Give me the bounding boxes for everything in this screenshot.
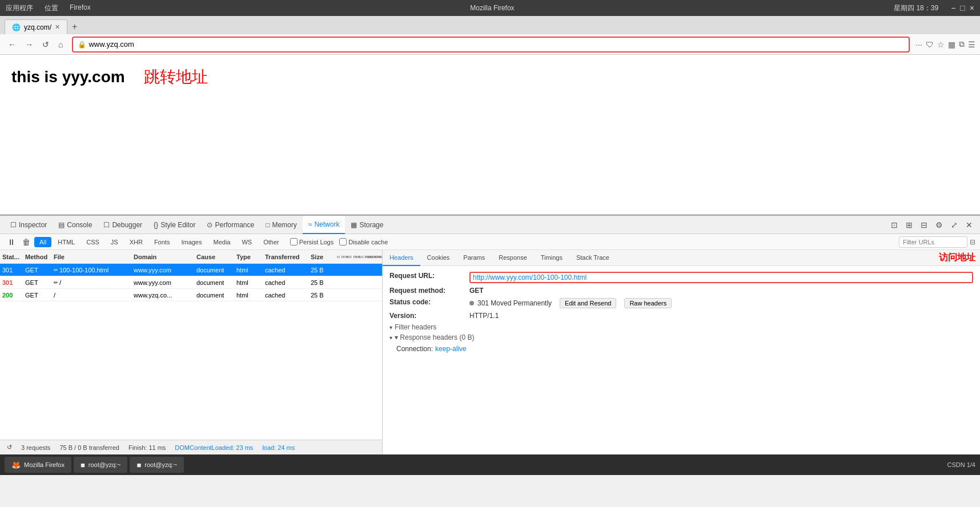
tab-favicon: 🌐 (12, 23, 21, 31)
row2-transferred: cached (263, 278, 308, 287)
row2-status: 301 (0, 278, 23, 287)
taskbar-csdn-info: CSDN 1/4 (947, 461, 975, 468)
col-header-status[interactable]: Stat... (0, 252, 23, 261)
network-row-2[interactable]: 301 GET ✏/ www.yyy.com document html cac… (0, 276, 382, 289)
filter-css-button[interactable]: CSS (81, 237, 105, 247)
taskbar-terminal-2[interactable]: ■ root@yzq:~ (130, 457, 184, 473)
devtools-tab-memory[interactable]: □ Memory (260, 216, 303, 234)
os-time: 星期四 18：39 (894, 3, 938, 13)
row1-cause: document (194, 265, 234, 275)
reload-button[interactable]: ↺ (39, 38, 53, 51)
finish-time: Finish: 11 ms (128, 444, 166, 451)
filter-url-input[interactable] (899, 236, 967, 248)
lock-icon: 🔒 (78, 41, 86, 49)
details-tabs: Headers Cookies Params Response Timings … (383, 250, 980, 266)
filter-html-button[interactable]: HTML (53, 237, 80, 247)
devtools-split-button[interactable]: ⊞ (903, 219, 915, 231)
col-header-type[interactable]: Type (234, 252, 263, 261)
taskbar-terminal-1[interactable]: ■ root@yzq:~ (74, 457, 128, 473)
devtools-tab-style-editor[interactable]: {} Style Editor (148, 216, 201, 234)
close-button[interactable]: × (970, 3, 974, 13)
home-button[interactable]: ⌂ (55, 38, 66, 51)
edit-resend-button[interactable]: Edit and Resend (560, 298, 616, 308)
col-header-cause[interactable]: Cause (194, 252, 234, 261)
persist-logs-checkbox[interactable]: Persist Logs (290, 238, 334, 246)
details-tab-timings[interactable]: Timings (534, 250, 569, 266)
raw-headers-button[interactable]: Raw headers (624, 298, 672, 308)
devtools-toolbar: ☐ Inspector ▤ Console ☐ Debugger {} Styl… (0, 216, 980, 234)
filter-url-options-button[interactable]: ⊟ (970, 238, 975, 246)
debugger-label: Debugger (112, 221, 142, 229)
details-annotation: 访问地址 (939, 252, 980, 264)
address-input[interactable] (89, 40, 904, 49)
request-url-value[interactable]: http://www.yyy.com/100-100-100.html (469, 272, 973, 283)
network-row-1[interactable]: 301 GET ✏100-100-100.html www.yyy.com do… (0, 264, 382, 276)
os-menu-bar: 应用程序 位置 Firefox Mozilla Firefox 星期四 18：3… (0, 0, 980, 16)
filter-media-button[interactable]: Media (208, 237, 235, 247)
new-tab-button[interactable]: + (67, 19, 82, 34)
connection-value: keep-alive (435, 345, 467, 353)
star-icon[interactable]: ☆ (937, 40, 945, 49)
filter-js-button[interactable]: JS (106, 237, 123, 247)
row2-method: GET (23, 278, 51, 287)
filter-other-button[interactable]: Other (258, 237, 284, 247)
network-clear-button[interactable]: 🗑 (19, 236, 33, 248)
filter-headers-section[interactable]: ▾ Filter headers (389, 323, 973, 331)
os-menu-firefox[interactable]: Firefox (70, 3, 91, 13)
filter-images-button[interactable]: Images (176, 237, 207, 247)
persist-logs-input[interactable] (290, 238, 298, 246)
disable-cache-checkbox[interactable]: Disable cache (339, 238, 388, 246)
style-editor-icon: {} (154, 221, 158, 229)
col-header-method[interactable]: Method (23, 252, 51, 261)
taskbar-firefox[interactable]: 🦊 Mozilla Firefox (5, 457, 71, 473)
version-label: Version: (389, 312, 469, 320)
devtools-undock-button[interactable]: ⤢ (948, 219, 961, 231)
more-options-icon[interactable]: ··· (915, 40, 922, 49)
devtools-close-button[interactable]: ✕ (963, 219, 975, 231)
devtools-tab-storage[interactable]: ▦ Storage (345, 216, 389, 234)
details-tab-headers[interactable]: Headers (383, 250, 420, 266)
split-view-icon[interactable]: ⧉ (959, 39, 965, 49)
forward-button[interactable]: → (22, 38, 37, 51)
browser-tab[interactable]: 🌐 yzq.com/ ✕ (5, 19, 67, 34)
col-header-domain[interactable]: Domain (131, 252, 194, 261)
hamburger-icon[interactable]: ☰ (968, 40, 975, 49)
maximize-button[interactable]: □ (960, 3, 965, 13)
col-header-transferred[interactable]: Transferred (263, 252, 308, 261)
bookmark-icon[interactable]: 🛡 (926, 40, 934, 49)
col-header-size[interactable]: Size (308, 252, 337, 261)
tab-close-button[interactable]: ✕ (55, 23, 60, 31)
os-menu-apps[interactable]: 应用程序 (6, 3, 33, 13)
devtools-settings-button[interactable]: ⚙ (933, 219, 946, 231)
window-controls[interactable]: − □ × (951, 3, 974, 13)
os-menu-position[interactable]: 位置 (45, 3, 58, 13)
devtools-responsive-button[interactable]: ⊡ (888, 219, 901, 231)
filter-xhr-button[interactable]: XHR (124, 237, 148, 247)
devtools-tab-console[interactable]: ▤ Console (53, 216, 98, 234)
dom-content-loaded-link[interactable]: DOMContentLoaded: 23 ms (175, 444, 253, 451)
network-row-3[interactable]: 200 GET / www.yzq.co... document html ca… (0, 289, 382, 301)
col-header-file[interactable]: File (51, 252, 131, 261)
devtools-tab-inspector[interactable]: ☐ Inspector (5, 216, 53, 234)
filter-all-button[interactable]: All (34, 237, 51, 247)
devtools-dock-button[interactable]: ⊟ (918, 219, 930, 231)
response-headers-section[interactable]: ▾ ▾ Response headers (0 B) (389, 333, 973, 341)
disable-cache-input[interactable] (339, 238, 347, 246)
filter-ws-button[interactable]: WS (236, 237, 257, 247)
network-pause-button[interactable]: ⏸ (5, 236, 18, 248)
details-tab-stack-trace[interactable]: Stack Trace (569, 250, 616, 266)
load-link[interactable]: load: 24 ms (262, 444, 295, 451)
details-tab-response[interactable]: Response (492, 250, 534, 266)
back-button[interactable]: ← (5, 38, 19, 51)
timeline-400ms: 400 m (367, 256, 382, 258)
devtools-tab-performance[interactable]: ⊙ Performance (201, 216, 260, 234)
status-code-row: Status code: 301 Moved Permanently Edit … (389, 298, 973, 308)
row2-cause: document (194, 278, 234, 287)
sidebar-icon[interactable]: ▦ (948, 40, 955, 49)
filter-fonts-button[interactable]: Fonts (149, 237, 175, 247)
minimize-button[interactable]: − (951, 3, 955, 13)
details-tab-params[interactable]: Params (456, 250, 492, 266)
devtools-tab-network[interactable]: ≈ Network (303, 216, 346, 234)
devtools-tab-debugger[interactable]: ☐ Debugger (98, 216, 148, 234)
details-tab-cookies[interactable]: Cookies (420, 250, 457, 266)
